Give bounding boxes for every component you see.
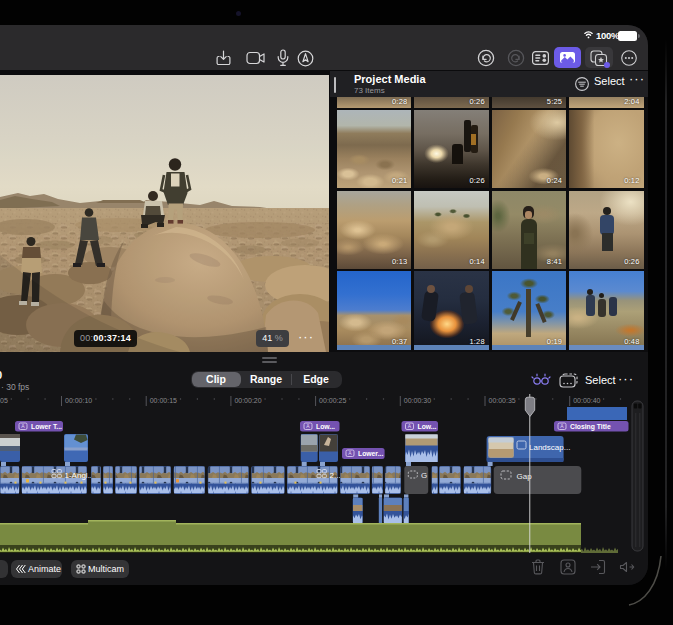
svg-text:Landscap...: Landscap... [529,443,570,452]
svg-text:G: G [421,471,427,480]
svg-text:Lower...: Lower... [358,450,383,457]
svg-text:Lower T...: Lower T... [31,423,62,430]
svg-text:Low...: Low... [316,423,335,430]
svg-text:2...: 2... [330,471,341,480]
svg-text:Closing Title: Closing Title [570,423,611,431]
svg-text:1-Angl...: 1-Angl... [65,471,95,480]
svg-text:05: 05 [0,397,8,404]
svg-text:Low...: Low... [418,423,437,430]
